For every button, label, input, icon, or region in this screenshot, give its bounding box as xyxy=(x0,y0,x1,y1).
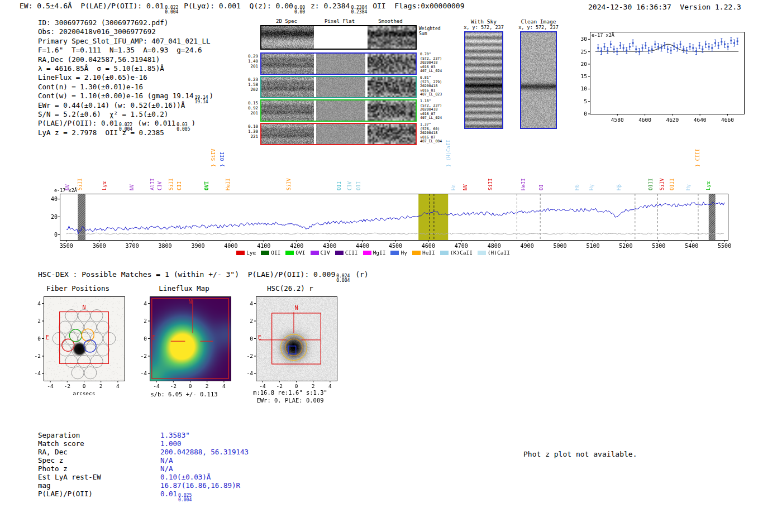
spec2d-image xyxy=(368,77,416,97)
fiber-positions-plot xyxy=(29,294,127,399)
text-segment: 16.87(16.86,16.89)R xyxy=(160,481,240,490)
spec2d-fiber-row xyxy=(260,123,417,145)
hsc-caption-ewr: EWr: 0. PLAE: 0.009 xyxy=(241,397,339,404)
spec2d-weighted-row xyxy=(260,25,417,50)
spec2d-image xyxy=(368,100,416,121)
lineflux-map-title: Lineflux Map xyxy=(135,284,233,293)
emission-line-label: OIII xyxy=(669,178,675,190)
legend-label: (H)CaII xyxy=(488,250,510,256)
text-segment: 1.3583" xyxy=(160,431,190,439)
info-line: S/N = 5.2(±0.6) χ² = 1.5(±0.2) xyxy=(38,110,213,119)
match-field-label: Photo z xyxy=(38,464,160,473)
match-field-value: N/A xyxy=(160,464,173,473)
text-segment: 200.042888, 56.319143 xyxy=(160,448,249,456)
text-segment: RA,Dec (200.042587,56.319481) xyxy=(38,55,160,64)
spectrum-legend: LyαOIIOVICIVCIIIMgIIHγHeII(K)CaII(H)CaII xyxy=(236,250,510,256)
info-line: EWr = 0.44(±0.14) (w: 0.52(±0.16))Å xyxy=(38,101,213,110)
spec2d-column-header: 2D Spec xyxy=(260,18,313,24)
legend-item: OII xyxy=(261,250,280,256)
emission-line-label: Lyα xyxy=(102,181,107,190)
summary-header: EW: 0.5±4.6Å P(LAE)/P(OII): 0.010.0220.0… xyxy=(20,2,465,15)
row-weight-labels: 0.150.92201 xyxy=(242,100,258,116)
legend-item: Hγ xyxy=(390,250,407,256)
text-segment: 0.10(±0.03)Å xyxy=(160,473,211,481)
timestamp-version: 2024-12-30 16:36:37 Version 1.22.3 xyxy=(588,3,741,11)
legend-swatch xyxy=(261,251,269,255)
row-weight-labels: 0.101.30221 xyxy=(242,124,258,139)
emission-line-label: Lyα xyxy=(705,181,711,190)
match-table-row: mag16.87(16.86,16.89)R xyxy=(38,481,249,490)
text-segment: ) xyxy=(191,119,196,127)
row-source-labels: 0.70"(572, 237)20200418v016_03407_LL_024 xyxy=(420,52,462,74)
text-segment: EWr = 0.44(±0.14) (w: 0.52(±0.16))Å xyxy=(38,101,185,109)
text-segment: P(LAE)/P(OII): 0.01 xyxy=(38,119,118,127)
text-segment: ID: 3006977692 (3006977692.pdf) xyxy=(38,18,168,27)
legend-item: OVI xyxy=(285,250,305,256)
match-field-label: Spec z xyxy=(38,456,160,464)
match-field-label: mag xyxy=(38,481,160,490)
info-line: F=1.6" T=0.111 N=1.35 A=0.93 g=24.6 xyxy=(38,46,213,55)
text-segment: z: 0.2384 xyxy=(306,2,350,10)
emission-line-label: SiII xyxy=(488,178,493,190)
legend-label: MgII xyxy=(373,250,386,256)
emission-line-label: } (H)CaII xyxy=(446,140,451,167)
match-table-row: Separation1.3583" xyxy=(38,431,249,439)
match-field-value: N/A xyxy=(160,456,173,464)
row-weight-labels: 0.291.40201 xyxy=(242,54,258,69)
emission-line-label: OII xyxy=(356,181,361,190)
legend-swatch xyxy=(363,251,371,255)
legend-label: CIII xyxy=(345,250,358,256)
spec2d-image xyxy=(368,54,416,74)
clean-image xyxy=(520,31,557,129)
legend-item: Lyα xyxy=(236,250,256,256)
spec2d-image xyxy=(316,100,365,121)
spec2d-fiber-row xyxy=(260,76,417,98)
row-source-labels: 1.37"(576, 60)20200418v016_07407_LL_004 xyxy=(420,123,462,144)
spec2d-image xyxy=(316,54,365,74)
emission-line-label: SiII xyxy=(168,178,174,190)
emission-line-label: } OII xyxy=(220,152,225,167)
match-field-value: 16.87(16.86,16.89)R xyxy=(160,481,240,490)
text-segment: LyA z = 2.7978 OII z = 0.2385 xyxy=(38,128,164,137)
text-segment: Cont(w) = 1.10(±0.00)e-16 (gmag 19.14 xyxy=(38,92,193,100)
spec2d-image xyxy=(261,100,314,121)
legend-item: CIII xyxy=(335,250,358,256)
text-segment: OII Flags:0x00000009 xyxy=(368,2,464,10)
spec2d-fiber-row xyxy=(260,52,417,75)
emission-line-label: OII xyxy=(336,181,342,190)
uncertainty-stack: 0.0220.004 xyxy=(165,6,178,15)
legend-swatch xyxy=(335,251,344,255)
text-segment: LineFlux = 2.10(±0.65)e-16 xyxy=(38,73,147,82)
legend-swatch xyxy=(236,251,245,255)
text-segment: (r) xyxy=(351,270,368,279)
match-field-value: 200.042888, 56.319143 xyxy=(160,448,249,456)
text-segment: ) xyxy=(209,92,214,100)
legend-label: CIV xyxy=(321,250,330,256)
emission-line-label: SiII xyxy=(77,178,83,190)
legend-swatch xyxy=(390,251,399,255)
emission-line-label: } SiIV xyxy=(211,148,216,167)
legend-swatch xyxy=(478,251,486,255)
line-fit-plot xyxy=(571,25,748,128)
match-table-row: P(LAE)/P(OII)0.010.0250.004 xyxy=(38,490,249,502)
fiber-positions-title: Fiber Positions xyxy=(29,284,127,293)
catalog-match-table: Separation1.3583"Match score1.000RA, Dec… xyxy=(38,431,249,502)
legend-item: (K)CaII xyxy=(440,250,473,256)
legend-label: Lyα xyxy=(246,250,256,256)
match-field-value: 1.000 xyxy=(160,439,182,448)
legend-item: MgII xyxy=(363,250,386,256)
spec2d-image xyxy=(261,26,314,49)
legend-item: (H)CaII xyxy=(478,250,510,256)
match-field-label: Match score xyxy=(38,439,160,448)
emission-line-label: HeII xyxy=(225,178,231,190)
info-line: Cont(n) = 1.30(±0.01)e-16 xyxy=(38,83,213,92)
emission-line-label: OIII xyxy=(648,178,654,190)
row-source-labels: 1.18"(572, 237)20200418v016_07407_LL_024 xyxy=(420,99,462,121)
legend-swatch xyxy=(285,251,294,255)
elixer-detection-report: EW: 0.5±4.6Å P(LAE)/P(OII): 0.010.0220.0… xyxy=(0,0,782,532)
legend-item: CIV xyxy=(311,250,330,256)
text-segment: HSC-DEX : Possible Matches = 1 (within +… xyxy=(38,270,335,279)
spec2d-column-header: Pixel Flat xyxy=(315,18,364,24)
info-line: ID: 3006977692 (3006977692.pdf) xyxy=(38,18,213,27)
match-table-row: Est LyA rest-EW0.10(±0.03)Å xyxy=(38,473,249,481)
